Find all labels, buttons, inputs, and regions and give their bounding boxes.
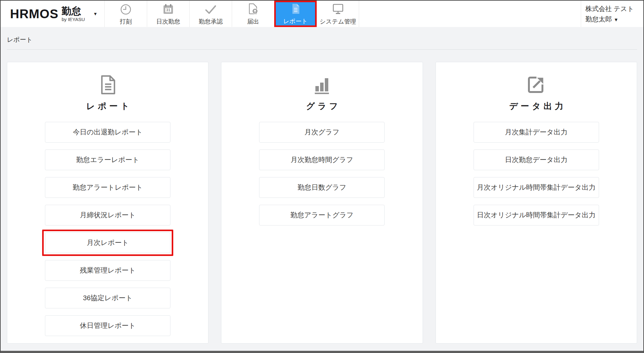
tab-label: 日次勤怠 [156,18,180,26]
tab-label: レポート [283,17,308,25]
annotation-highlight-box: 月次レポート [42,230,173,256]
user-name-row: 勤怠太郎▼ [586,15,634,23]
breadcrumb: レポート [7,35,637,44]
card-graph: グラフ月次グラフ月次勤怠時間グラフ勤怠日数グラフ勤怠アラートグラフ [221,62,423,344]
report-button-2[interactable]: 勤怠アラートレポート [45,177,170,198]
top-navigation-bar: HRMOS 勤怠 by IEYASU ▼ 打刻31日次勤怠勤怠承認届出レポートシ… [1,1,643,27]
monitor-icon [331,2,345,15]
report-button-5[interactable]: 残業管理レポート [45,260,170,281]
brand-byline: by IEYASU [62,17,85,22]
calendar-31-icon: 31 [162,2,175,15]
data-export-button-2[interactable]: 月次オリジナル時間帯集計データ出力 [474,177,599,198]
clock-icon [120,2,132,15]
tab-label: 打刻 [120,18,132,26]
bar-chart-icon [312,75,332,95]
card-report: レポート今日の出退勤レポート勤怠エラーレポート勤怠アラートレポート月締状況レポー… [7,62,208,344]
app-window: HRMOS 勤怠 by IEYASU ▼ 打刻31日次勤怠勤怠承認届出レポートシ… [0,0,644,353]
company-name: 株式会社 テスト [586,5,634,13]
logo-area: HRMOS 勤怠 by IEYASU ▼ [1,1,104,27]
graph-button-0[interactable]: 月次グラフ [259,122,385,143]
tab-label: 届出 [247,18,259,26]
check-icon [204,2,218,15]
user-name: 勤怠太郎 [586,15,612,23]
export-icon [526,75,546,95]
caret-down-icon[interactable]: ▼ [93,11,97,16]
topbar-spacer [359,1,581,27]
report-document-icon [98,75,118,95]
card-title-data-export: データ出力 [506,100,566,112]
tab-daily[interactable]: 31日次勤怠 [147,1,189,27]
graph-button-2[interactable]: 勤怠日数グラフ [259,177,385,198]
tab-punch[interactable]: 打刻 [104,1,147,27]
tab-approval[interactable]: 勤怠承認 [189,1,232,27]
graph-button-1[interactable]: 月次勤怠時間グラフ [259,149,385,170]
report-button-1[interactable]: 勤怠エラーレポート [45,149,170,170]
document-upload-icon [247,2,259,15]
data-export-button-3[interactable]: 日次オリジナル時間帯集計データ出力 [474,205,599,225]
tab-report[interactable]: レポート [274,1,317,27]
tab-label: システム管理 [320,18,356,26]
data-export-button-1[interactable]: 日次勤怠データ出力 [474,149,599,170]
report-button-3[interactable]: 月締状況レポート [45,205,170,225]
card-data-export: データ出力月次集計データ出力日次勤怠データ出力月次オリジナル時間帯集計データ出力… [436,62,637,344]
caret-down-icon[interactable]: ▼ [614,17,619,22]
tab-system[interactable]: システム管理 [317,1,359,27]
report-button-4[interactable]: 月次レポート [45,232,170,253]
report-button-6[interactable]: 36協定レポート [45,288,170,308]
report-page-icon [290,2,301,15]
card-button-list: 月次グラフ月次勤怠時間グラフ勤怠日数グラフ勤怠アラートグラフ [259,122,385,225]
graph-button-3[interactable]: 勤怠アラートグラフ [259,205,385,225]
breadcrumb-bar: レポート [1,27,643,44]
card-title-report: レポート [83,100,132,112]
cards-container: レポート今日の出退勤レポート勤怠エラーレポート勤怠アラートレポート月締状況レポー… [1,50,643,344]
svg-text:31: 31 [166,8,170,12]
report-button-7[interactable]: 休日管理レポート [45,315,170,336]
data-export-button-0[interactable]: 月次集計データ出力 [474,122,599,143]
card-button-list: 月次集計データ出力日次勤怠データ出力月次オリジナル時間帯集計データ出力日次オリジ… [474,122,599,225]
card-button-list: 今日の出退勤レポート勤怠エラーレポート勤怠アラートレポート月締状況レポート月次レ… [42,122,173,336]
report-button-0[interactable]: 今日の出退勤レポート [45,122,170,143]
nav-tabs: 打刻31日次勤怠勤怠承認届出レポートシステム管理 [104,1,359,27]
tab-application[interactable]: 届出 [232,1,274,27]
brand-logo: HRMOS [10,7,58,21]
tab-label: 勤怠承認 [199,18,223,26]
brand-product-label: 勤怠 [62,6,85,16]
brand-sub: 勤怠 by IEYASU [62,6,85,22]
card-title-graph: グラフ [303,100,341,112]
user-menu[interactable]: 株式会社 テスト 勤怠太郎▼ [581,1,643,27]
